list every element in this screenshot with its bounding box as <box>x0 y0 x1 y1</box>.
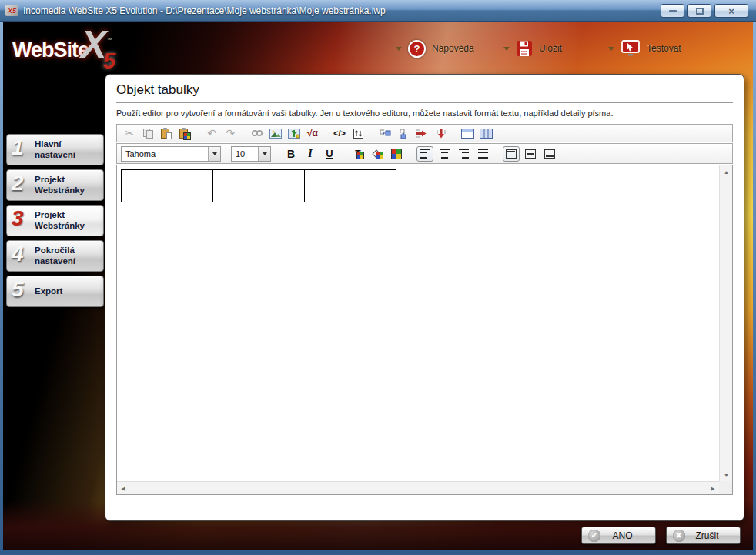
logo-trademark: ™ <box>106 37 112 42</box>
table-cells-button[interactable] <box>477 125 494 141</box>
delete-column-icon <box>436 128 446 139</box>
redo-icon: ↷ <box>226 127 235 139</box>
insert-animation-button[interactable] <box>286 125 303 141</box>
page-description: Použít editor pro vytvoření a formátován… <box>116 109 733 118</box>
cut-button[interactable]: ✂ <box>121 125 138 141</box>
cancel-button[interactable]: ✘ Zrušit <box>666 527 741 544</box>
table-cell[interactable] <box>213 170 305 186</box>
chevron-down-icon[interactable] <box>396 47 402 51</box>
maximize-button[interactable] <box>687 4 711 18</box>
paste-button[interactable] <box>158 125 175 141</box>
scroll-down-button[interactable]: ▼ <box>720 469 733 481</box>
table-row <box>122 170 396 186</box>
step-label: Pokročilá nastavení <box>35 246 103 267</box>
minimize-button[interactable] <box>661 4 684 18</box>
bold-button[interactable]: B <box>283 146 299 162</box>
link-button[interactable] <box>249 125 266 141</box>
delete-column-button[interactable] <box>432 125 449 141</box>
image-icon <box>269 129 282 139</box>
chevron-down-icon[interactable] <box>608 47 614 51</box>
table-cell[interactable] <box>305 186 396 202</box>
undo-icon: ↶ <box>207 127 216 139</box>
horizontal-scrollbar[interactable]: ◀ ▶ <box>117 481 719 494</box>
chevron-down-icon <box>212 152 217 155</box>
step-number: 2 <box>12 171 24 196</box>
align-justify-button[interactable] <box>474 146 491 162</box>
scroll-up-button[interactable]: ▲ <box>720 165 733 178</box>
chevron-down-icon[interactable] <box>503 47 510 51</box>
insert-column-icon <box>398 128 409 139</box>
redo-button[interactable]: ↷ <box>222 125 239 141</box>
paste-special-icon <box>179 128 190 139</box>
app-icon: X5 <box>5 5 18 16</box>
color-palette-icon <box>356 152 364 159</box>
font-size-dropdown-button[interactable] <box>258 147 270 161</box>
insert-formula-button[interactable]: √α <box>304 125 321 141</box>
step-label: Projekt Webstránky <box>35 210 103 232</box>
font-family-value: Tahoma <box>122 149 208 159</box>
sidebar-item-pokrocila-nastaveni[interactable]: 4 Pokročilá nastavení <box>6 240 104 272</box>
valign-middle-icon <box>525 149 536 159</box>
align-left-button[interactable] <box>416 146 433 162</box>
insert-row-button[interactable] <box>376 125 393 141</box>
object-size-button[interactable] <box>350 125 366 141</box>
font-size-value: 10 <box>232 149 258 159</box>
font-size-select[interactable]: 10 <box>231 146 271 162</box>
fill-color-button[interactable] <box>369 146 386 162</box>
delete-row-button[interactable] <box>413 125 430 141</box>
text-color-button[interactable]: T <box>350 146 366 162</box>
table-edit-surface[interactable] <box>117 165 719 481</box>
sidebar-item-export[interactable]: 5 Export <box>6 276 104 307</box>
test-monitor-icon <box>621 40 641 57</box>
table-cell[interactable] <box>213 186 305 202</box>
scroll-left-button[interactable]: ◀ <box>117 482 129 495</box>
window-controls: × <box>661 4 748 18</box>
step-number: 1 <box>12 135 24 160</box>
table-cell[interactable] <box>122 186 213 202</box>
scroll-right-button[interactable]: ▶ <box>707 482 719 495</box>
editable-table[interactable] <box>121 169 396 202</box>
save-button[interactable]: Uložit <box>503 37 562 60</box>
align-center-button[interactable] <box>436 146 453 162</box>
font-family-select[interactable]: Tahoma <box>121 146 221 162</box>
underline-icon: U <box>326 148 333 159</box>
insert-column-button[interactable] <box>395 125 412 141</box>
help-button[interactable]: ? Nápověda <box>396 37 474 60</box>
align-right-icon <box>459 149 469 158</box>
table-cell[interactable] <box>122 170 213 186</box>
app-window: X5 Incomedia WebSite X5 Evolution - D:\P… <box>0 0 756 555</box>
table-row <box>122 186 396 202</box>
maximize-icon <box>696 8 704 15</box>
scrollbar-corner <box>719 481 732 494</box>
undo-button[interactable]: ↶ <box>203 125 220 141</box>
close-button[interactable]: × <box>714 4 748 18</box>
cell-color-button[interactable] <box>388 146 405 162</box>
test-button[interactable]: Testovat <box>608 37 681 60</box>
font-family-dropdown-button[interactable] <box>208 147 220 161</box>
step-label: Export <box>35 286 62 297</box>
italic-icon: I <box>308 148 312 160</box>
italic-button[interactable]: I <box>302 146 319 162</box>
sidebar-item-hlavni-nastaveni[interactable]: 1 Hlavní nastavení <box>6 134 104 165</box>
align-right-button[interactable] <box>455 146 472 162</box>
ok-button[interactable]: ✔ ANO <box>581 527 656 544</box>
table-header-button[interactable] <box>459 125 476 141</box>
html-code-button[interactable]: </> <box>331 125 348 141</box>
copy-button[interactable] <box>139 125 156 141</box>
sidebar-item-projekt-webstranky-active[interactable]: 3 Projekt Webstránky <box>6 205 104 236</box>
vertical-scrollbar[interactable]: ▲ ▼ <box>719 165 732 481</box>
cancel-label: Zrušit <box>685 530 729 541</box>
valign-bottom-button[interactable] <box>541 146 558 162</box>
color-palette-icon <box>376 152 383 159</box>
insert-image-button[interactable] <box>267 125 284 141</box>
link-icon <box>251 129 263 138</box>
paste-special-button[interactable] <box>176 125 193 141</box>
sidebar-item-projekt-webstranky[interactable]: 2 Projekt Webstránky <box>6 169 104 201</box>
valign-middle-button[interactable] <box>522 146 539 162</box>
valign-top-button[interactable] <box>503 146 520 162</box>
step-number: 4 <box>12 242 24 266</box>
table-cell[interactable] <box>305 170 396 186</box>
titlebar[interactable]: X5 Incomedia WebSite X5 Evolution - D:\P… <box>0 0 756 22</box>
step-number: 5 <box>12 277 24 302</box>
underline-button[interactable]: U <box>321 146 338 162</box>
